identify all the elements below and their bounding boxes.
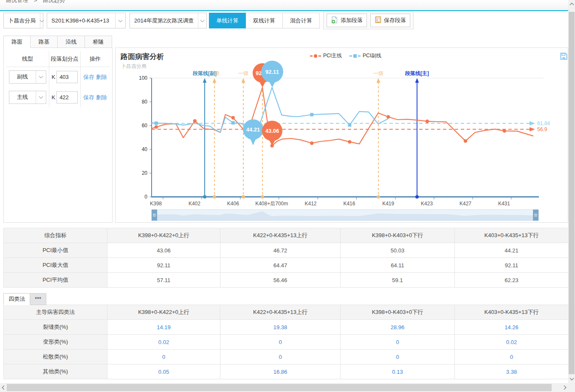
- table-row: 其他类(%)0.0516.860.133.38: [4, 364, 569, 379]
- svg-text:60: 60: [142, 123, 148, 129]
- svg-text:K431: K431: [498, 201, 510, 207]
- line-type-select[interactable]: 主线: [9, 91, 46, 104]
- table-col-header: K403+0-K435+13下行: [455, 305, 569, 320]
- svg-text:K419: K419: [382, 201, 394, 207]
- survey-select[interactable]: 2014年度第2次路况调查: [130, 13, 207, 28]
- cell-value: 3.38: [455, 364, 569, 379]
- row-label: PCI最大值: [4, 258, 107, 273]
- line-type-select[interactable]: 副线: [9, 70, 46, 84]
- legend-item-1[interactable]: PCI副线: [350, 52, 381, 59]
- cell-value: 14.19: [107, 320, 220, 335]
- cell-value: 0: [220, 335, 341, 350]
- split-point-input[interactable]: [56, 91, 78, 104]
- datazoom-handle: [533, 210, 538, 221]
- paragraph-action-group: 添加段落 保存段落: [323, 11, 414, 29]
- scroll-left-icon[interactable]: [0, 384, 7, 391]
- table-row: 裂缝类(%)14.1919.3828.9614.26: [4, 320, 569, 335]
- chevron-down-icon[interactable]: [40, 13, 43, 28]
- cell-value: 46.72: [220, 243, 341, 258]
- delete-link[interactable]: 删除: [96, 74, 107, 80]
- breadcrumb-separator: >: [34, 0, 37, 3]
- save-paragraph-button[interactable]: 保存段落: [370, 14, 410, 27]
- cell-value: 16.86: [220, 364, 341, 379]
- four-class-table: 主导病害四类法K398+0-K422+0上行K422+0-K435+13上行K3…: [3, 305, 569, 379]
- org-select[interactable]: 卜昌吉分局: [3, 13, 43, 28]
- chevron-down-icon[interactable]: [115, 13, 125, 28]
- vertical-scrollbar[interactable]: [568, 0, 575, 383]
- cell-value: 0.05: [107, 364, 220, 379]
- method-tab-0[interactable]: 四类法: [3, 293, 30, 305]
- cell-value: 0: [220, 350, 341, 364]
- chart-title: 路面病害分析: [121, 52, 164, 62]
- table-row: PCI最小值43.0646.7250.0344.21: [4, 243, 569, 258]
- cell-value: 0.13: [341, 364, 455, 379]
- horizontal-scroll-thumb[interactable]: [7, 384, 552, 391]
- method-tab-1[interactable]: ***: [30, 293, 46, 305]
- vertical-scroll-thumb[interactable]: [569, 12, 575, 374]
- cell-value: 43.06: [107, 243, 220, 258]
- cell-value: 0.02: [107, 335, 220, 350]
- route-select[interactable]: S201:K398+0-K435+13: [47, 13, 126, 28]
- legend-item-0[interactable]: PCI主线: [310, 52, 342, 59]
- survey-select-value: 2014年度第2次路况调查: [130, 17, 198, 25]
- route-select-value: S201:K398+0-K435+13: [47, 17, 115, 24]
- chart-card: 020406080100K398K402K406K408+后700mK412K4…: [115, 48, 568, 223]
- save-link[interactable]: 保存: [83, 74, 94, 80]
- cell-value: 19.38: [220, 320, 341, 335]
- cell-value: 50.03: [341, 243, 455, 258]
- split-point-input[interactable]: [56, 71, 78, 83]
- svg-text:92.11: 92.11: [265, 69, 279, 75]
- row-label: 变形类(%): [4, 335, 107, 350]
- chevron-down-icon[interactable]: [36, 91, 46, 104]
- cell-value: 0: [341, 335, 455, 350]
- svg-text:一级: 一级: [238, 70, 248, 76]
- main-tab-2[interactable]: 沿线: [58, 36, 85, 48]
- svg-text:40: 40: [142, 146, 148, 152]
- calc-button-group: 单线计算双线计算混合计算: [209, 13, 320, 28]
- add-paragraph-label: 添加段落: [341, 17, 363, 24]
- main-tab-1[interactable]: 路基: [31, 36, 58, 48]
- pci-summary-table: 综合指标K398+0-K422+0上行K422+0-K435+13上行K398+…: [3, 228, 569, 288]
- line-type-value: 副线: [9, 73, 36, 81]
- main-tab-0[interactable]: 路面: [3, 36, 31, 48]
- segment-table-header: 线型段落划分点操作: [6, 51, 110, 67]
- calc-button-0[interactable]: 单线计算: [209, 13, 246, 28]
- scroll-down-icon[interactable]: [568, 375, 575, 382]
- svg-text:0: 0: [144, 194, 147, 200]
- table-row: 变形类(%)0.02000.02: [4, 335, 569, 350]
- cell-value: 0.02: [455, 335, 569, 350]
- svg-text:100: 100: [139, 75, 147, 81]
- segment-col-header: 操作: [81, 51, 110, 67]
- chevron-down-icon[interactable]: [36, 71, 46, 83]
- delete-link[interactable]: 删除: [96, 94, 107, 101]
- table-row: PCI最大值92.1164.4764.1192.11: [4, 258, 569, 273]
- pci-line-chart[interactable]: 020406080100K398K402K406K408+后700mK412K4…: [116, 48, 569, 223]
- save-link[interactable]: 保存: [83, 94, 94, 101]
- table-row: 松散类(%)0000: [4, 350, 569, 364]
- add-paragraph-button[interactable]: 添加段落: [327, 14, 367, 27]
- horizontal-scrollbar[interactable]: [0, 383, 575, 392]
- breadcrumb-item[interactable]: 路况管理: [6, 0, 28, 3]
- datazoom-slider[interactable]: [152, 210, 538, 221]
- org-select-value: 卜昌吉分局: [4, 17, 40, 25]
- cell-value: 14.26: [455, 320, 569, 335]
- segment-col-header: 段落划分点: [49, 51, 81, 67]
- svg-text:一级: 一级: [209, 70, 220, 76]
- chevron-down-icon[interactable]: [198, 13, 206, 28]
- calc-button-2[interactable]: 混合计算: [283, 13, 320, 28]
- breadcrumb-item: 路况趋势: [43, 0, 65, 3]
- svg-text:20: 20: [142, 170, 148, 176]
- scroll-right-icon[interactable]: [561, 384, 568, 391]
- line-type-value: 主线: [9, 93, 36, 101]
- legend-marker-icon: [310, 54, 321, 58]
- table-col-header: K422+0-K435+13上行: [220, 228, 341, 243]
- main-tab-3[interactable]: 桥隧: [85, 36, 112, 48]
- scroll-up-icon[interactable]: [568, 1, 575, 8]
- segment-col-header: 线型: [6, 51, 49, 67]
- calc-button-1[interactable]: 双线计算: [246, 13, 283, 28]
- svg-text:56.9: 56.9: [537, 126, 547, 132]
- datazoom-handle: [152, 210, 157, 221]
- cell-value: 0: [455, 350, 569, 364]
- save-image-icon[interactable]: [560, 52, 568, 62]
- table-col-header: 主导病害四类法: [4, 305, 107, 320]
